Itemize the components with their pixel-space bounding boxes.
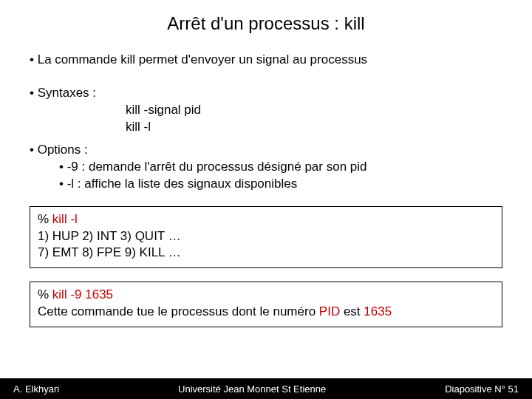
example1-line2: 1) HUP 2) INT 3) QUIT …	[38, 228, 494, 245]
option-9: • -9 : demande l'arrêt du processus dési…	[30, 159, 502, 176]
slide-title: Arrêt d'un processus : kill	[0, 0, 532, 41]
example-box-2: % kill -9 1635 Cette commande tue le pro…	[30, 282, 502, 327]
pid-value: 1635	[364, 304, 392, 318]
example1-line1: % kill -l	[38, 211, 494, 228]
slide-body: • La commande kill permet d'envoyer un s…	[0, 41, 532, 193]
example1-line3: 7) EMT 8) FPE 9) KILL …	[38, 245, 494, 262]
footer-author: A. Elkhyari	[0, 383, 59, 395]
example2-line2: Cette commande tue le processus dont le …	[38, 304, 494, 321]
prompt-symbol: %	[38, 287, 52, 301]
pid-label: PID	[319, 304, 340, 318]
bullet-options: • Options :	[30, 136, 502, 159]
slide: Arrêt d'un processus : kill • La command…	[0, 0, 532, 399]
prompt-symbol: %	[38, 212, 52, 226]
example1-command: kill -l	[52, 212, 78, 226]
syntax-line-1: kill -signal pid	[30, 102, 502, 119]
example2-line1: % kill -9 1635	[38, 287, 494, 304]
footer-slide-number: Diapositive N° 51	[445, 383, 532, 395]
option-l: • -l : affiche la liste des signaux disp…	[30, 176, 502, 193]
example2-command: kill -9 1635	[52, 287, 113, 301]
syntax-line-2: kill -l	[30, 119, 502, 136]
bullet-syntaxes: • Syntaxes :	[30, 79, 502, 102]
bullet-intro: • La commande kill permet d'envoyer un s…	[30, 46, 502, 69]
footer-university: Université Jean Monnet St Etienne	[59, 383, 445, 395]
footer: A. Elkhyari Université Jean Monnet St Et…	[0, 378, 532, 399]
example-box-1: % kill -l 1) HUP 2) INT 3) QUIT … 7) EMT…	[30, 206, 502, 269]
